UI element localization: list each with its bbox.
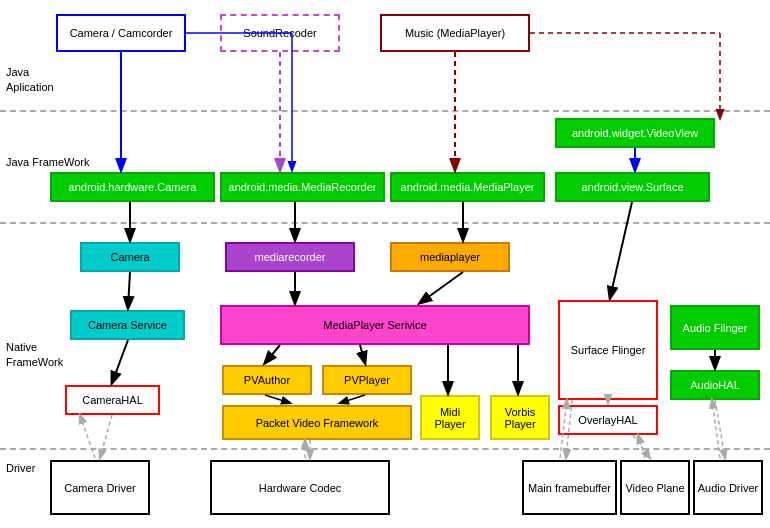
box-main-framebuffer: Main framebuffer [522,460,617,515]
label-driver: Driver [6,462,35,474]
divider-native-framework [0,448,770,450]
svg-line-29 [633,435,650,458]
box-android-view-surface: android.view.Surface [555,172,710,202]
svg-line-21 [265,395,290,403]
box-audio-filnger: Audio Filnger [670,305,760,350]
svg-line-16 [420,272,463,303]
svg-line-9 [128,272,130,308]
svg-line-18 [360,345,365,363]
box-mediaplayer: mediaplayer [390,242,510,272]
svg-line-25 [610,202,632,298]
box-android-hardware-camera: android.hardware.Camera [50,172,215,202]
box-camera-driver: Camera Driver [50,460,150,515]
box-android-media-mediaplayer: android.media.MediaPlayer [390,172,545,202]
box-audiohal: AudioHAL [670,370,760,400]
svg-line-17 [265,345,280,363]
divider-java-framework [0,222,770,224]
box-camera-camcorder: Camera / Camcorder [56,14,186,52]
box-sound-recorder: SoundRecoder [220,14,340,52]
box-mediaplayer-service: MediaPlayer Serivice [220,305,530,345]
box-audio-driver: Audio Driver [693,460,763,515]
svg-line-22 [340,395,365,403]
box-music-mediaplayer: Music (MediaPlayer) [380,14,530,52]
svg-line-12 [80,415,95,458]
box-overlayhal: OverlayHAL [558,405,658,435]
box-camera-service: Camera Service [70,310,185,340]
box-packet-video-framework: Packet Video Framework [222,405,412,440]
label-java-framework: Java FrameWork [6,155,90,170]
svg-line-11 [100,415,112,458]
box-android-widget-videoview: android.widget.VideoView [555,118,715,148]
svg-line-30 [638,435,645,458]
label-native-framework: NativeFrameWork [6,340,63,371]
box-midi-player: Midi Player [420,395,480,440]
box-camera: Camera [80,242,180,272]
divider-java-app [0,110,770,112]
architecture-diagram: JavaAplication Java FrameWork NativeFram… [0,0,770,528]
box-surface-flinger: Surface Flinger [558,300,658,400]
box-hardware-codec: Hardware Codec [210,460,390,515]
svg-line-10 [112,340,128,383]
box-android-media-mediarecorder: android.media.MediaRecorder [220,172,385,202]
box-mediarecorder: mediarecorder [225,242,355,272]
box-pvauthor: PVAuthor [222,365,312,395]
box-pvplayer: PVPlayer [322,365,412,395]
box-video-plane: Video Plane [620,460,690,515]
label-java-app: JavaAplication [6,65,54,96]
box-camera-hal: CameraHAL [65,385,160,415]
box-vorbis-player: Vorbis Player [490,395,550,440]
